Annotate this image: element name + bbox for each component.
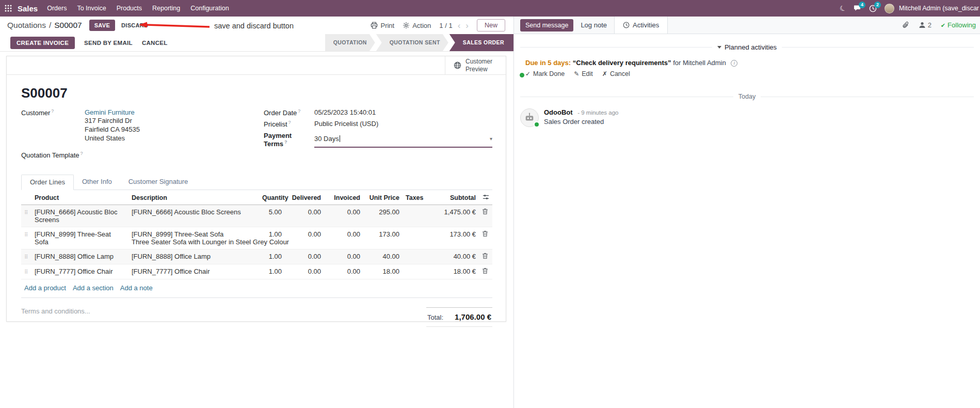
delete-row-icon[interactable] xyxy=(482,253,488,259)
drag-handle-icon[interactable] xyxy=(24,210,28,215)
activities-tab[interactable]: Activities xyxy=(614,17,668,34)
cell-invoiced[interactable]: 0.00 xyxy=(324,227,363,249)
cell-unit-price[interactable]: 40.00 xyxy=(363,249,403,264)
messages-icon[interactable]: 4 xyxy=(854,5,861,12)
following-button[interactable]: Following xyxy=(941,21,976,29)
cell-product[interactable]: [FURN_8999] Three-Seat Sofa xyxy=(31,227,128,249)
delete-row-icon[interactable] xyxy=(482,230,488,237)
cell-description[interactable]: [FURN_8888] Office Lamp xyxy=(128,249,259,264)
column-taxes[interactable]: Taxes xyxy=(403,191,432,205)
mark-done-button[interactable]: Mark Done xyxy=(525,70,565,77)
cell-taxes[interactable] xyxy=(403,249,432,264)
status-quotation-sent[interactable]: QUOTATION SENT xyxy=(376,34,448,51)
payment-terms-field[interactable]: 30 Days ▾ xyxy=(314,132,492,148)
column-subtotal[interactable]: Subtotal xyxy=(432,191,479,205)
cell-quantity[interactable]: 1.00 xyxy=(259,264,285,279)
app-name-menu[interactable]: Sales xyxy=(17,4,42,13)
planned-activities-toggle[interactable]: Planned activities xyxy=(717,43,777,51)
column-product[interactable]: Product xyxy=(31,191,128,205)
table-row[interactable]: [FURN_8999] Three-Seat Sofa [FURN_8999] … xyxy=(21,227,492,249)
send-message-button[interactable]: Send message xyxy=(520,19,573,32)
pager-next-icon[interactable] xyxy=(465,21,469,30)
drag-handle-icon[interactable] xyxy=(24,232,28,238)
cell-product[interactable]: [FURN_8888] Office Lamp xyxy=(31,249,128,264)
cell-quantity[interactable]: 5.00 xyxy=(259,205,285,227)
delete-row-icon[interactable] xyxy=(482,268,488,274)
attachments-button[interactable] xyxy=(902,21,909,29)
new-button[interactable]: New xyxy=(477,19,505,32)
optional-columns-button[interactable] xyxy=(479,191,492,205)
table-row[interactable]: [FURN_8888] Office Lamp [FURN_8888] Offi… xyxy=(21,249,492,264)
cell-product[interactable]: [FURN_7777] Office Chair xyxy=(31,264,128,279)
menu-to-invoice[interactable]: To Invoice xyxy=(72,0,111,17)
action-button[interactable]: Action xyxy=(403,22,431,29)
cell-taxes[interactable] xyxy=(403,264,432,279)
user-avatar[interactable] xyxy=(885,4,894,13)
column-invoiced[interactable]: Invoiced xyxy=(324,191,363,205)
dropdown-caret-icon[interactable]: ▾ xyxy=(490,136,492,142)
create-invoice-button[interactable]: CREATE INVOICE xyxy=(10,37,75,49)
cancel-order-button[interactable]: CANCEL xyxy=(142,40,168,46)
pager-previous-icon[interactable] xyxy=(458,21,461,30)
delete-row-icon[interactable] xyxy=(482,208,488,215)
cell-invoiced[interactable]: 0.00 xyxy=(324,264,363,279)
cell-unit-price[interactable]: 295.00 xyxy=(363,205,403,227)
followers-button[interactable]: 2 xyxy=(919,21,931,29)
cell-description[interactable]: [FURN_8999] Three-Seat SofaThree Seater … xyxy=(128,227,259,249)
log-note-button[interactable]: Log note xyxy=(581,21,607,29)
drag-handle-icon[interactable] xyxy=(24,254,28,260)
status-quotation[interactable]: QUOTATION xyxy=(325,34,375,51)
cell-quantity[interactable]: 1.00 xyxy=(259,249,285,264)
terms-and-conditions-field[interactable]: Terms and conditions... xyxy=(21,307,90,327)
activities-clock-icon[interactable]: 2 xyxy=(869,5,877,12)
cell-taxes[interactable] xyxy=(403,205,432,227)
menu-configuration[interactable]: Configuration xyxy=(185,0,234,17)
menu-orders[interactable]: Orders xyxy=(42,0,72,17)
check-icon xyxy=(525,70,531,77)
user-menu[interactable]: Mitchell Admin (save_discar xyxy=(899,5,979,12)
column-quantity[interactable]: Quantity xyxy=(259,191,285,205)
add-note-link[interactable]: Add a note xyxy=(120,284,153,292)
cancel-activity-button[interactable]: Cancel xyxy=(602,70,630,77)
order-date-field[interactable]: 05/25/2023 15:40:01 xyxy=(314,108,492,117)
table-row[interactable]: [FURN_7777] Office Chair [FURN_7777] Off… xyxy=(21,264,492,279)
cell-product[interactable]: [FURN_6666] Acoustic Bloc Screens xyxy=(31,205,128,227)
cell-unit-price[interactable]: 18.00 xyxy=(363,264,403,279)
cell-unit-price[interactable]: 173.00 xyxy=(363,227,403,249)
table-row[interactable]: [FURN_6666] Acoustic Bloc Screens [FURN_… xyxy=(21,205,492,227)
discard-button[interactable]: DISCARD xyxy=(121,22,148,28)
info-icon[interactable] xyxy=(731,60,737,67)
save-button[interactable]: SAVE xyxy=(89,20,115,31)
pricelist-field[interactable]: Public Pricelist (USD) xyxy=(314,120,492,128)
print-button[interactable]: Print xyxy=(371,22,394,29)
breadcrumb-quotations[interactable]: Quotations xyxy=(7,21,46,30)
column-delivered[interactable]: Delivered xyxy=(285,191,324,205)
column-description[interactable]: Description xyxy=(128,191,259,205)
status-sales-order[interactable]: SALES ORDER xyxy=(449,34,513,51)
quotation-template-field[interactable] xyxy=(85,151,264,159)
drag-handle-icon[interactable] xyxy=(24,269,28,275)
dark-mode-icon[interactable] xyxy=(840,4,846,12)
cell-delivered[interactable]: 0.00 xyxy=(285,264,324,279)
add-section-link[interactable]: Add a section xyxy=(73,284,114,292)
cell-delivered[interactable]: 0.00 xyxy=(285,205,324,227)
cell-description[interactable]: [FURN_7777] Office Chair xyxy=(128,264,259,279)
tab-customer-signature[interactable]: Customer Signature xyxy=(120,175,197,190)
cell-delivered[interactable]: 0.00 xyxy=(285,249,324,264)
cell-description[interactable]: [FURN_6666] Acoustic Bloc Screens xyxy=(128,205,259,227)
menu-reporting[interactable]: Reporting xyxy=(147,0,185,17)
customer-link[interactable]: Gemini Furniture xyxy=(85,108,135,116)
apps-grid-icon[interactable] xyxy=(0,0,17,17)
tab-order-lines[interactable]: Order Lines xyxy=(21,175,74,190)
send-by-email-button[interactable]: SEND BY EMAIL xyxy=(84,40,133,46)
customer-preview-button[interactable]: Customer Preview xyxy=(445,56,506,74)
cell-invoiced[interactable]: 0.00 xyxy=(324,205,363,227)
edit-activity-button[interactable]: Edit xyxy=(574,70,593,77)
column-unit-price[interactable]: Unit Price xyxy=(363,191,403,205)
menu-products[interactable]: Products xyxy=(111,0,147,17)
cell-invoiced[interactable]: 0.00 xyxy=(324,249,363,264)
cell-taxes[interactable] xyxy=(403,227,432,249)
tab-other-info[interactable]: Other Info xyxy=(74,175,120,190)
cell-delivered[interactable]: 0.00 xyxy=(285,227,324,249)
add-product-link[interactable]: Add a product xyxy=(24,284,66,292)
